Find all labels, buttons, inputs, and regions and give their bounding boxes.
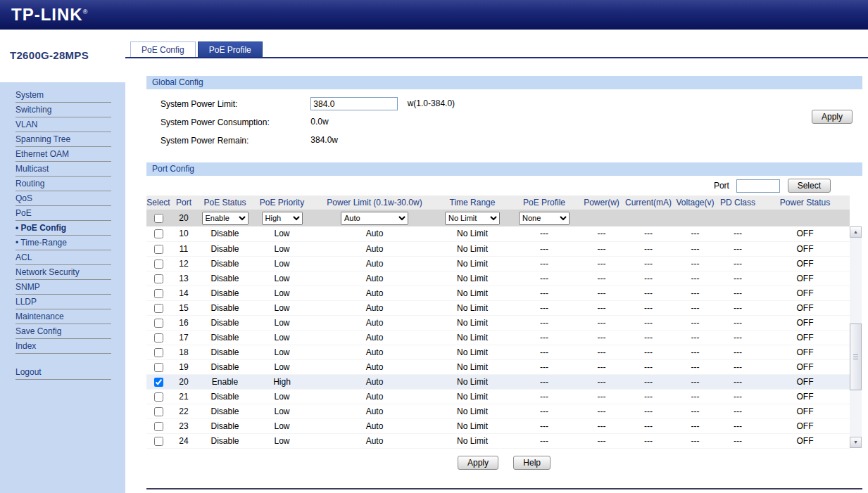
- row-checkbox[interactable]: [154, 289, 163, 298]
- port-apply-button[interactable]: Apply: [458, 456, 498, 470]
- row-checkbox[interactable]: [154, 378, 163, 387]
- power-limit-range: w(1.0-384.0): [408, 98, 455, 108]
- cell-poe-priority: Low: [253, 286, 311, 300]
- scroll-up-icon[interactable]: ▲: [850, 226, 862, 238]
- cell-poe-status: Disable: [197, 300, 253, 315]
- sidebar-item-vlan[interactable]: VLAN: [15, 117, 111, 132]
- cell-power: ---: [581, 418, 622, 433]
- sidebar-item-acl[interactable]: ACL: [15, 250, 111, 265]
- row-checkbox[interactable]: [154, 319, 163, 328]
- cell-poe-priority: High: [253, 374, 311, 389]
- sidebar-item-system[interactable]: System: [15, 88, 111, 103]
- row-checkbox[interactable]: [154, 348, 163, 357]
- cell-time-range: No Limit: [438, 374, 507, 389]
- sidebar-item-poe-config[interactable]: • PoE Config: [15, 221, 111, 236]
- cell-power: ---: [581, 286, 622, 300]
- cell-pd-class: ---: [715, 256, 760, 271]
- cell-current: ---: [622, 315, 675, 330]
- row-checkbox[interactable]: [154, 304, 163, 313]
- port-row: 18DisableLowAutoNo Limit---------------O…: [146, 345, 850, 359]
- sidebar-item-save-config[interactable]: Save Config: [15, 324, 111, 339]
- edit-cell-pd-class: [715, 210, 760, 226]
- port-row: 15DisableLowAutoNo Limit---------------O…: [146, 300, 850, 315]
- cell-current: ---: [622, 359, 675, 374]
- row-checkbox[interactable]: [154, 229, 163, 238]
- row-checkbox[interactable]: [154, 363, 163, 372]
- poe-status-select[interactable]: Enable: [202, 212, 249, 225]
- global-config-header: Global Config: [146, 76, 862, 89]
- sidebar-item-logout[interactable]: Logout: [15, 365, 111, 380]
- row-checkbox[interactable]: [154, 392, 163, 402]
- poe-profile-select[interactable]: None: [519, 212, 570, 225]
- cell-power-status: OFF: [760, 345, 850, 359]
- cell-poe-profile: ---: [507, 226, 581, 241]
- port-select-button[interactable]: Select: [788, 179, 831, 193]
- cell-poe-profile: ---: [507, 256, 581, 271]
- system-power-limit-input[interactable]: [310, 97, 398, 110]
- main-panel: PoE ConfigPoE Profile Global Config Syst…: [125, 30, 868, 493]
- sidebar-item-spanning-tree[interactable]: Spanning Tree: [15, 132, 111, 147]
- cell-select: [146, 389, 170, 404]
- cell-poe-status: Enable: [197, 374, 253, 389]
- tab-poe-profile[interactable]: PoE Profile: [198, 41, 263, 57]
- poe-priority-select[interactable]: High: [262, 212, 303, 225]
- port-input[interactable]: [736, 179, 780, 193]
- row-checkbox[interactable]: [154, 407, 163, 416]
- table-scrollbar[interactable]: ▲ ▼: [850, 226, 862, 448]
- sidebar-item-routing[interactable]: Routing: [15, 177, 111, 191]
- tab-poe-config[interactable]: PoE Config: [130, 41, 196, 57]
- sidebar-item-switching[interactable]: Switching: [15, 103, 111, 117]
- sidebar-item-poe[interactable]: PoE: [15, 206, 111, 221]
- cell-voltage: ---: [675, 286, 715, 300]
- cell-poe-status: Disable: [197, 433, 253, 448]
- help-button[interactable]: Help: [513, 456, 551, 470]
- cell-port: 21: [170, 389, 197, 404]
- row-checkbox[interactable]: [154, 422, 163, 431]
- sidebar-item-time-range[interactable]: • Time-Range: [15, 236, 111, 250]
- row-checkbox[interactable]: [154, 245, 163, 254]
- sidebar-item-maintenance[interactable]: Maintenance: [15, 309, 111, 324]
- edit-select-checkbox[interactable]: [154, 214, 163, 223]
- cell-power-status: OFF: [760, 286, 850, 300]
- cell-port: 10: [170, 226, 197, 241]
- cell-time-range: No Limit: [438, 404, 507, 418]
- row-checkbox[interactable]: [154, 274, 163, 283]
- cell-power-limit: Auto: [311, 241, 438, 256]
- system-power-limit-label: System Power Limit:: [161, 97, 308, 111]
- cell-port: 24: [170, 433, 197, 448]
- sidebar-item-qos[interactable]: QoS: [15, 191, 111, 206]
- cell-select: [146, 345, 170, 359]
- sidebar-item-network-security[interactable]: Network Security: [15, 265, 111, 280]
- edit-cell-power: [581, 210, 622, 226]
- port-row: 24DisableLowAutoNo Limit---------------O…: [146, 433, 850, 448]
- power-limit-select[interactable]: Auto: [341, 212, 408, 225]
- bulk-edit-row: 20 Enable High Auto: [146, 210, 850, 226]
- time-range-select[interactable]: No Limit: [445, 212, 500, 225]
- cell-poe-profile: ---: [507, 271, 581, 286]
- sidebar-item-index[interactable]: Index: [15, 339, 111, 354]
- cell-power: ---: [581, 433, 622, 448]
- row-checkbox[interactable]: [154, 260, 163, 269]
- sidebar-item-multicast[interactable]: Multicast: [15, 162, 111, 177]
- sidebar-item-lldp[interactable]: LLDP: [15, 295, 111, 309]
- cell-poe-priority: Low: [253, 359, 311, 374]
- sidebar-menu: SystemSwitchingVLANSpanning TreeEthernet…: [0, 82, 125, 493]
- cell-power-limit: Auto: [311, 330, 438, 345]
- sidebar-item-snmp[interactable]: SNMP: [15, 280, 111, 295]
- global-apply-button[interactable]: Apply: [812, 110, 853, 124]
- col-header-power-limit: Power Limit (0.1w-30.0w): [311, 196, 438, 210]
- cell-pd-class: ---: [715, 359, 760, 374]
- scroll-down-icon[interactable]: ▼: [850, 437, 862, 448]
- row-checkbox[interactable]: [154, 333, 163, 342]
- sidebar-item-ethernet-oam[interactable]: Ethernet OAM: [15, 147, 111, 162]
- cell-pd-class: ---: [715, 389, 760, 404]
- cell-poe-profile: ---: [507, 241, 581, 256]
- cell-power: ---: [581, 330, 622, 345]
- power-limit-row: System Power Limit: w(1.0-384.0): [161, 96, 862, 110]
- port-row: 23DisableLowAutoNo Limit---------------O…: [146, 418, 850, 433]
- cell-poe-status: Disable: [197, 271, 253, 286]
- cell-poe-profile: ---: [507, 300, 581, 315]
- row-checkbox[interactable]: [154, 437, 163, 446]
- scrollbar-thumb[interactable]: [850, 324, 862, 390]
- cell-time-range: No Limit: [438, 315, 507, 330]
